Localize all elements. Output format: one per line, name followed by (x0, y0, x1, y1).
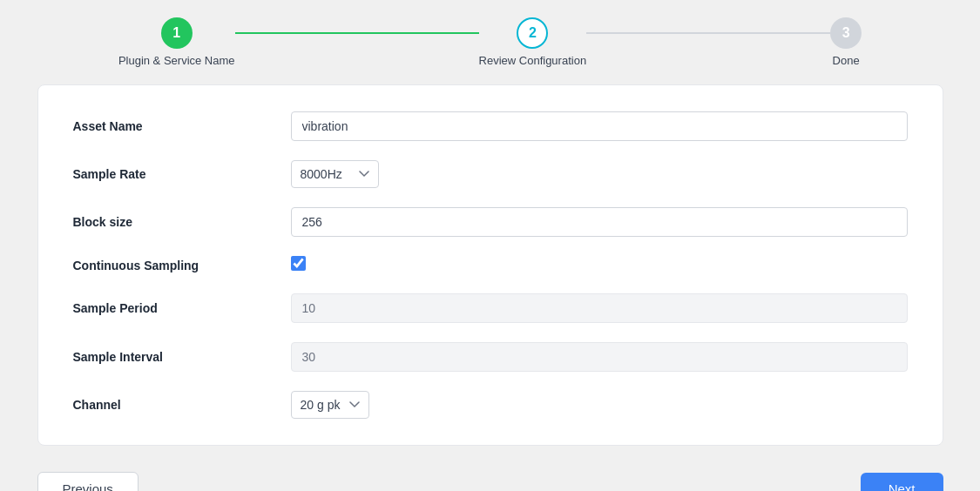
continuous-sampling-row: Continuous Sampling (73, 256, 908, 274)
channel-select[interactable]: 20 g pk 40 g pk 80 g pk (291, 391, 369, 419)
sample-rate-select[interactable]: 1000Hz 2000Hz 4000Hz 8000Hz 16000Hz (291, 160, 379, 188)
block-size-wrap (291, 207, 908, 237)
block-size-row: Block size (73, 207, 908, 237)
sample-interval-input (291, 342, 908, 372)
step-2-circle: 2 (517, 17, 548, 49)
step-2-label: Review Configuration (479, 54, 587, 67)
stepper: 1 Plugin & Service Name 2 Review Configu… (0, 0, 980, 76)
sample-rate-row: Sample Rate 1000Hz 2000Hz 4000Hz 8000Hz … (73, 160, 908, 188)
step-line-1-2 (235, 32, 479, 34)
step-1-circle: 1 (161, 17, 193, 49)
continuous-sampling-checkbox[interactable] (291, 256, 306, 271)
form-card: Asset Name Sample Rate 1000Hz 2000Hz 400… (37, 84, 943, 446)
asset-name-wrap (291, 111, 908, 141)
block-size-label: Block size (73, 215, 291, 229)
channel-wrap: 20 g pk 40 g pk 80 g pk (291, 391, 908, 419)
sample-period-row: Sample Period (73, 293, 908, 323)
asset-name-row: Asset Name (73, 111, 908, 141)
sample-period-input (291, 293, 908, 323)
continuous-sampling-wrap (291, 256, 908, 274)
channel-row: Channel 20 g pk 40 g pk 80 g pk (73, 391, 908, 419)
step-3-label: Done (833, 54, 860, 67)
sample-interval-row: Sample Interval (73, 342, 908, 372)
asset-name-input[interactable] (291, 111, 908, 141)
step-2: 2 Review Configuration (479, 17, 587, 67)
next-button[interactable]: Next (861, 473, 943, 491)
sample-period-label: Sample Period (73, 301, 291, 315)
sample-period-wrap (291, 293, 908, 323)
step-3: 3 Done (830, 17, 862, 67)
step-line-2-3 (586, 32, 830, 34)
sample-rate-wrap: 1000Hz 2000Hz 4000Hz 8000Hz 16000Hz (291, 160, 908, 188)
step-3-circle: 3 (830, 17, 862, 49)
block-size-input[interactable] (291, 207, 908, 237)
sample-rate-label: Sample Rate (73, 167, 291, 181)
asset-name-label: Asset Name (73, 119, 291, 133)
step-1: 1 Plugin & Service Name (118, 17, 235, 67)
sample-interval-wrap (291, 342, 908, 372)
channel-label: Channel (73, 398, 291, 412)
step-1-label: Plugin & Service Name (118, 54, 235, 67)
sample-interval-label: Sample Interval (73, 350, 291, 364)
footer: Previous Next (37, 472, 943, 491)
previous-button[interactable]: Previous (37, 472, 139, 491)
continuous-sampling-label: Continuous Sampling (73, 259, 291, 272)
